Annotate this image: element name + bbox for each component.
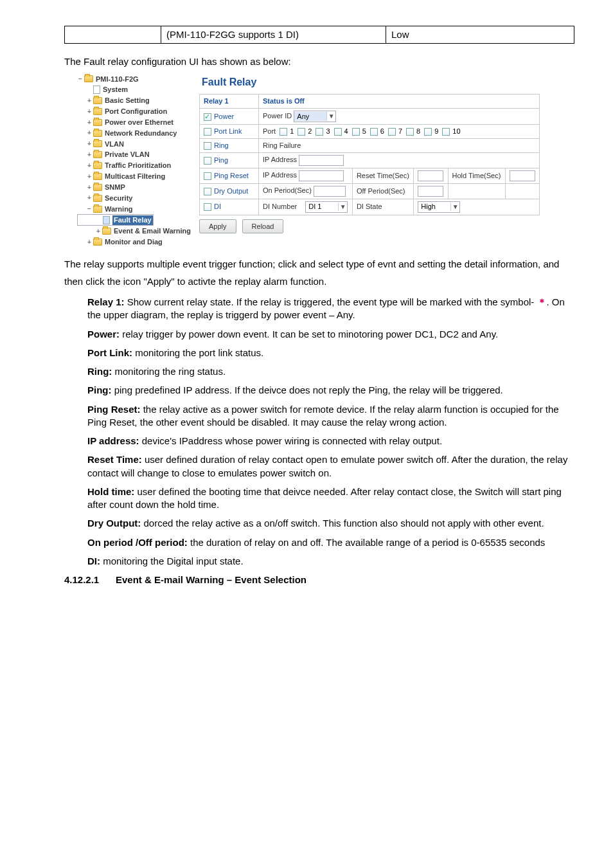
port7-checkbox[interactable] — [388, 128, 396, 136]
tree-security[interactable]: +Security — [77, 193, 199, 204]
di-state-lbl: DI State — [352, 199, 413, 215]
pingreset-checkbox[interactable] — [204, 172, 211, 180]
top-table-right-cell: Low — [386, 26, 574, 44]
reset-time-lbl: Reset Time(Sec) — [352, 168, 413, 183]
top-table: (PMI-110-F2GG supports 1 DI) Low — [64, 26, 574, 44]
di-cell[interactable]: DI — [200, 199, 259, 215]
ping-checkbox[interactable] — [204, 157, 211, 165]
tree-port-config[interactable]: +Port Configuration — [77, 106, 199, 117]
power-id-select[interactable]: Any▼ — [294, 111, 336, 122]
pingreset-desc: Ping Reset: the relay active as a power … — [87, 403, 574, 429]
port1-checkbox[interactable] — [280, 128, 287, 136]
ring-checkbox[interactable] — [204, 142, 211, 150]
star-icon: ＊ — [537, 296, 547, 307]
folder-icon — [93, 140, 102, 147]
port8-checkbox[interactable] — [406, 128, 414, 136]
tree-private-vlan[interactable]: +Private VLAN — [77, 149, 199, 160]
folder-icon — [93, 108, 102, 115]
folder-icon — [93, 130, 102, 137]
off-period-input-cell — [414, 183, 448, 199]
folder-icon — [93, 151, 102, 158]
port10-checkbox[interactable] — [442, 128, 450, 136]
tree-monitor-diag[interactable]: +Monitor and Diag — [77, 237, 199, 248]
portlink-desc: Port Link: monitoring the port link stat… — [87, 347, 574, 359]
power-id-label: Power ID — [263, 112, 292, 120]
tree-poe[interactable]: +Power over Ethernet — [77, 117, 199, 128]
port9-checkbox[interactable] — [424, 128, 432, 136]
reset-time-input[interactable] — [418, 170, 443, 181]
ping-ip-input[interactable] — [299, 155, 344, 166]
folder-icon — [93, 173, 102, 180]
folder-icon — [93, 206, 102, 213]
ui-screenshot: −PMI-110-F2G System +Basic Setting +Port… — [77, 73, 540, 248]
reset-time-input-cell — [414, 168, 448, 183]
di-number-select[interactable]: DI 1▼ — [305, 201, 348, 213]
port5-checkbox[interactable] — [352, 128, 360, 136]
tree-basic-setting[interactable]: +Basic Setting — [77, 95, 199, 106]
tree-fault-relay[interactable]: Fault Relay — [77, 214, 154, 226]
power-checkbox[interactable] — [204, 113, 211, 121]
pingreset-ip-input[interactable] — [299, 170, 344, 181]
page-icon — [103, 216, 110, 224]
di-number: DI Number DI 1▼ — [259, 199, 353, 215]
status-header: Status is Off — [259, 95, 540, 109]
tree-traffic-prio[interactable]: +Traffic Prioritization — [77, 160, 199, 171]
chevron-down-icon: ▼ — [338, 203, 347, 212]
tree-net-redundancy[interactable]: +Network Redundancy — [77, 128, 199, 139]
tree-system[interactable]: System — [77, 84, 199, 95]
di-desc: DI: monitoring the Digital input state. — [87, 555, 574, 568]
ping-desc: Ping: ping predefined IP address. If the… — [87, 384, 574, 397]
port3-checkbox[interactable] — [315, 128, 323, 136]
tree-device[interactable]: −PMI-110-F2G — [77, 74, 199, 85]
port4-checkbox[interactable] — [334, 128, 342, 136]
folder-icon — [93, 184, 102, 191]
ring-cell[interactable]: Ring — [200, 138, 259, 152]
di-checkbox[interactable] — [204, 203, 211, 211]
pingreset-cell[interactable]: Ping Reset — [200, 168, 259, 183]
folder-icon — [102, 228, 111, 235]
folder-icon — [93, 97, 102, 104]
dryoutput-cell[interactable]: Dry Output — [200, 183, 259, 199]
dryoutput-checkbox[interactable] — [204, 188, 211, 195]
config-panel: Fault Relay Relay 1 Status is Off Power … — [199, 73, 540, 248]
tree-vlan[interactable]: +VLAN — [77, 139, 199, 150]
portlink-cell[interactable]: Port Link — [200, 124, 259, 138]
portlink-content: Port 1 2 3 4 5 6 7 8 9 10 — [259, 124, 540, 138]
port2-checkbox[interactable] — [298, 128, 305, 136]
di-state-sel: High▼ — [414, 199, 540, 215]
pingreset-ip: IP Address — [259, 168, 353, 183]
nav-tree: −PMI-110-F2G System +Basic Setting +Port… — [77, 73, 199, 248]
hold-time-input[interactable] — [510, 170, 535, 181]
tree-multicast[interactable]: +Multicast Filtering — [77, 171, 199, 182]
folder-icon — [93, 195, 102, 202]
portlink-checkbox[interactable] — [204, 128, 211, 136]
ring-content: Ring Failure — [259, 138, 540, 152]
section-heading: 4.12.2.1Event & E-mail Warning – Event S… — [64, 574, 574, 586]
hold-time-input-cell — [505, 168, 539, 183]
holdtime-desc: Hold time: user defined the booting time… — [87, 485, 574, 512]
para-after-ui: The relay supports multiple event trigge… — [64, 255, 574, 290]
power-cell[interactable]: Power — [200, 108, 259, 124]
off-period-input[interactable] — [418, 186, 443, 197]
power-content: Power ID Any▼ — [259, 108, 540, 124]
folder-icon — [93, 119, 102, 126]
di-state-select[interactable]: High▼ — [418, 201, 460, 213]
tree-warning[interactable]: −Warning — [77, 204, 199, 215]
top-table-empty-cell — [65, 26, 161, 44]
port6-checkbox[interactable] — [370, 128, 378, 136]
relay-header: Relay 1 — [200, 95, 259, 109]
hold-time-lbl: Hold Time(Sec) — [448, 168, 505, 183]
power-desc: Power: relay trigger by power down event… — [87, 328, 574, 341]
on-period-input[interactable] — [314, 186, 346, 197]
onperiod-desc: On period /Off period: the duration of r… — [87, 536, 574, 549]
tree-event-email[interactable]: +Event & Email Warning — [77, 226, 199, 237]
tree-snmp[interactable]: +SNMP — [77, 182, 199, 193]
ping-cell[interactable]: Ping — [200, 152, 259, 168]
chevron-down-icon: ▼ — [326, 112, 335, 121]
panel-title: Fault Relay — [199, 73, 540, 95]
apply-button[interactable]: Apply — [199, 219, 236, 234]
reload-button[interactable]: Reload — [242, 219, 284, 234]
port-label: Port — [263, 127, 276, 136]
relay1-desc: Relay 1: Show current relay state. If th… — [87, 296, 574, 322]
chevron-down-icon: ▼ — [450, 203, 459, 212]
